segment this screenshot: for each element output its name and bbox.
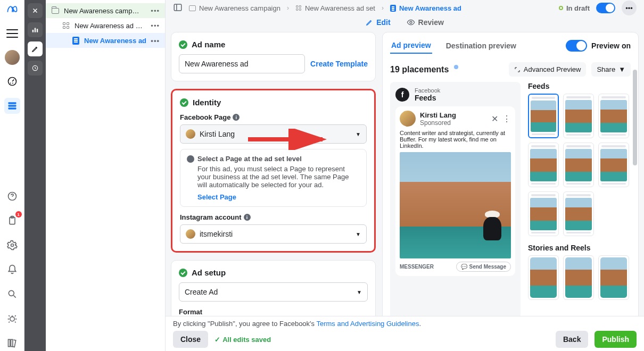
ad-name-input[interactable]: New Awareness ad [179, 54, 305, 73]
bell-icon[interactable] [4, 262, 20, 278]
svg-rect-13 [35, 28, 36, 32]
placement-thumb[interactable] [563, 143, 594, 187]
meta-logo[interactable] [6, 3, 18, 17]
gear-icon[interactable] [4, 237, 20, 253]
tree-campaign[interactable]: New Awareness camp… ••• [46, 3, 165, 18]
pencil-icon[interactable] [28, 41, 43, 56]
back-button[interactable]: Back [556, 331, 588, 348]
scrollbar[interactable] [633, 70, 637, 165]
tip-box: Select a Page at the ad set level For th… [180, 149, 367, 207]
placement-thumb[interactable] [528, 94, 559, 138]
instagram-label: Instagram accounti [180, 213, 367, 221]
share-button[interactable]: Share▼ [591, 62, 631, 77]
more-icon[interactable]: ••• [151, 22, 160, 30]
tree-adset[interactable]: New Awareness ad … ••• [46, 18, 165, 33]
tree-label: New Awareness ad [84, 37, 146, 45]
ad-setup-select[interactable]: Create Ad▼ [179, 282, 368, 302]
placement-thumb[interactable] [563, 191, 594, 236]
close-icon[interactable]: ✕ [491, 114, 498, 124]
placement-thumb[interactable] [598, 94, 629, 138]
tree-ad[interactable]: New Awareness ad ••• [46, 33, 165, 48]
close-tab-icon[interactable] [28, 3, 43, 18]
lightbulb-icon [187, 155, 194, 163]
svg-rect-3 [8, 107, 16, 109]
avatar [400, 111, 416, 127]
more-icon[interactable]: ••• [151, 7, 160, 15]
clock-icon[interactable] [28, 61, 43, 76]
svg-rect-12 [32, 30, 34, 32]
close-button[interactable]: Close [173, 331, 208, 348]
placement-thumb[interactable] [598, 255, 629, 300]
chevron-right-icon: › [382, 4, 384, 12]
placement-thumb[interactable] [528, 191, 559, 236]
caret-down-icon: ▼ [357, 289, 362, 295]
avatar[interactable] [5, 50, 20, 65]
publish-button[interactable]: Publish [595, 331, 637, 348]
svg-rect-14 [37, 29, 38, 32]
svg-rect-16 [174, 4, 181, 11]
info-icon[interactable]: i [244, 214, 251, 221]
svg-point-9 [10, 317, 14, 321]
breadcrumb-ad[interactable]: New Awareness ad [390, 4, 461, 12]
ad-image [400, 152, 511, 258]
check-icon [180, 98, 188, 107]
tree-label: New Awareness camp… [64, 7, 139, 15]
preview-toggle[interactable] [566, 40, 587, 52]
more-icon[interactable]: ••• [622, 1, 637, 15]
svg-point-8 [9, 290, 14, 296]
placement-thumb[interactable] [563, 255, 594, 300]
placement-thumb[interactable] [528, 255, 559, 300]
tab-ad-preview[interactable]: Ad preview [390, 38, 432, 54]
svg-point-7 [11, 244, 13, 247]
placement-thumb[interactable] [528, 143, 559, 187]
placement-thumb[interactable] [598, 143, 629, 187]
tab-review[interactable]: Review [407, 18, 444, 27]
help-icon[interactable] [4, 188, 20, 204]
breadcrumb-campaign[interactable]: New Awareness campaign [189, 4, 280, 12]
placement-thumb[interactable] [563, 94, 594, 138]
instagram-select[interactable]: itsmekirsti▼ [180, 224, 367, 244]
dot-indicator [454, 65, 458, 69]
terms-link[interactable]: Terms and Advertising Guidelines [316, 320, 419, 328]
card-identity: Identity Facebook Pagei Kirsti Lang▼ Sel… [171, 89, 376, 253]
info-icon[interactable]: i [233, 114, 240, 121]
advanced-preview-button[interactable]: Advanced Preview [509, 62, 587, 77]
create-template-link[interactable]: Create Template [310, 60, 368, 68]
svg-point-17 [410, 21, 412, 23]
more-icon[interactable]: ••• [151, 37, 160, 45]
chevron-right-icon: › [287, 4, 289, 12]
clipboard-icon[interactable]: 1 [4, 213, 20, 229]
ads-table-icon[interactable] [4, 98, 20, 114]
menu-icon[interactable] [4, 26, 20, 41]
library-icon[interactable] [4, 335, 20, 351]
facebook-icon: f [395, 88, 409, 102]
svg-rect-1 [8, 102, 16, 104]
select-page-link[interactable]: Select Page [197, 193, 236, 201]
tree-label: New Awareness ad … [75, 22, 143, 30]
caret-down-icon: ▼ [356, 131, 361, 137]
card-ad-name: Ad name New Awareness ad Create Template [171, 32, 376, 81]
annotation-arrow [248, 129, 333, 150]
placements-count: 19 placements [390, 65, 449, 74]
search-icon[interactable] [4, 286, 20, 302]
svg-rect-2 [8, 105, 16, 106]
tab-destination-preview[interactable]: Destination preview [445, 38, 517, 53]
tab-edit[interactable]: Edit [366, 18, 390, 27]
check-icon [179, 40, 187, 49]
status-toggle[interactable] [596, 3, 615, 13]
format-label: Format [179, 308, 368, 316]
status-badge: In draft [559, 4, 590, 12]
breadcrumb-adset[interactable]: New Awareness ad set [295, 4, 375, 12]
bug-icon[interactable] [4, 311, 20, 327]
chart-icon[interactable] [28, 22, 43, 37]
gauge-icon[interactable] [4, 73, 20, 89]
card-ad-setup: Ad setup Create Ad▼ Format [171, 260, 376, 324]
facebook-page-label: Facebook Pagei [180, 113, 367, 121]
disclaimer: By clicking "Publish", you agree to Face… [173, 320, 637, 328]
caret-down-icon: ▼ [356, 231, 361, 237]
svg-rect-11 [11, 339, 12, 346]
sidebar-collapse-icon[interactable] [173, 3, 183, 14]
more-icon[interactable]: ⋮ [502, 114, 511, 124]
save-status: ✓All edits saved [214, 336, 271, 344]
send-message-button[interactable]: 💬 Send Message [456, 262, 511, 272]
